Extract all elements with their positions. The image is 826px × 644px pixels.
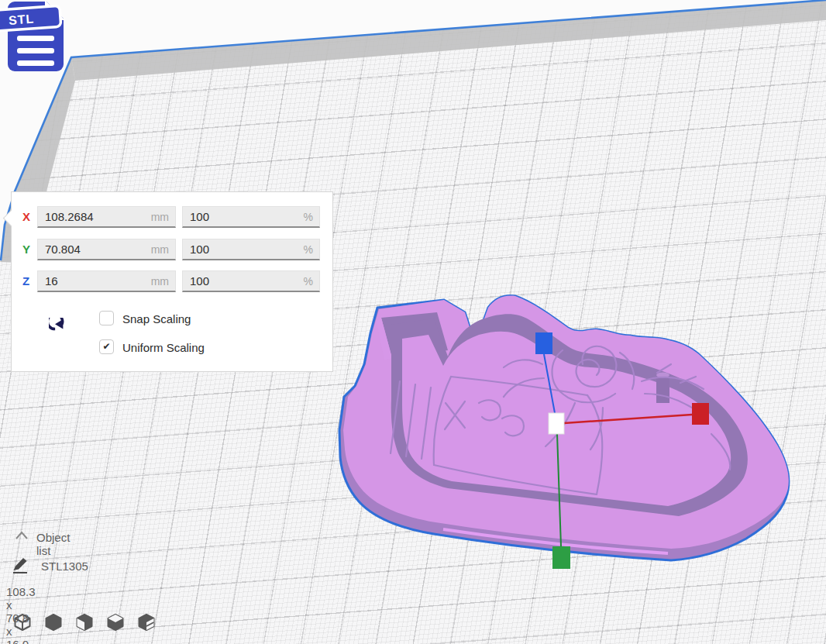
reset-scale-button[interactable] (49, 318, 75, 346)
axis-y-label: Y (22, 243, 30, 256)
scale-tool-panel: X mm % Y mm % Z mm % (11, 191, 333, 372)
stl-text-line (17, 48, 54, 53)
snap-scaling-checkbox[interactable]: ✔ (99, 311, 114, 325)
snap-scaling-label: Snap Scaling (122, 312, 191, 325)
scale-row-y: Y mm % (12, 239, 332, 260)
z-percent-input[interactable] (183, 271, 319, 291)
x-percent-input[interactable] (183, 207, 319, 226)
z-percent-field: % (182, 270, 320, 292)
uniform-scaling-label: Uniform Scaling (122, 341, 205, 354)
view-top-icon[interactable] (74, 612, 95, 632)
rename-pencil-icon[interactable] (11, 556, 29, 574)
gizmo-x-handle[interactable] (692, 403, 709, 425)
x-size-input[interactable] (38, 207, 175, 226)
axis-x-label: X (22, 210, 30, 223)
y-size-input[interactable] (38, 239, 175, 259)
checkmark-icon: ✔ (100, 340, 113, 353)
view-right-icon[interactable] (136, 612, 157, 632)
view-left-icon[interactable] (105, 612, 126, 632)
x-percent-field: % (182, 206, 320, 228)
scale-row-x: X mm % (12, 206, 332, 228)
view-front-icon[interactable] (43, 612, 64, 632)
object-list-title[interactable]: Object list (36, 531, 70, 557)
gizmo-z-handle[interactable] (535, 332, 552, 354)
uniform-scaling-checkbox[interactable]: ✔ (99, 339, 114, 354)
reset-icon-arrowhead (55, 319, 63, 329)
model-cylinder (656, 375, 669, 403)
stl-badge-label: STL (8, 12, 34, 27)
scale-row-z: Z mm % (12, 270, 332, 292)
y-percent-input[interactable] (183, 239, 319, 259)
stl-text-line (17, 36, 54, 41)
z-size-field: mm (37, 270, 176, 292)
y-percent-field: % (182, 239, 320, 260)
stl-file-icon: STL (0, 0, 74, 81)
gizmo-center-handle[interactable] (549, 413, 564, 434)
x-size-field: mm (37, 206, 176, 228)
axis-z-label: Z (22, 274, 29, 288)
z-size-input[interactable] (38, 271, 175, 291)
camera-view-toolbar (12, 612, 157, 632)
collapse-caret-icon[interactable] (14, 530, 29, 541)
object-list-item-name[interactable]: STL1305 (41, 560, 88, 573)
view-3d-icon[interactable] (12, 612, 33, 632)
y-size-field: mm (37, 239, 176, 260)
stl-text-line (17, 60, 54, 66)
gizmo-y-handle[interactable] (552, 546, 570, 569)
